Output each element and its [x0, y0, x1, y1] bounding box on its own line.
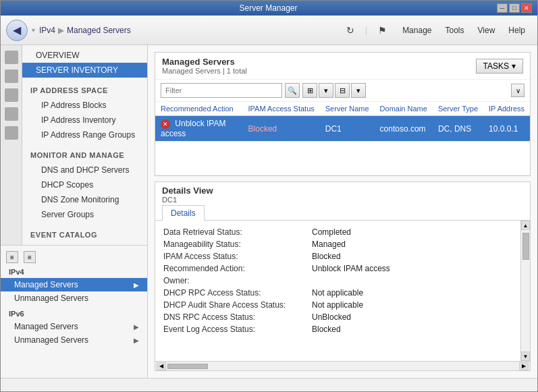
filter-bar: 🔍 ⊞ ▾ ⊟ ▾ ∨: [155, 80, 530, 102]
detail-row-6: DHCP Audit Share Access Status: Not appl…: [163, 299, 522, 311]
scroll-thumb-h[interactable]: [167, 364, 208, 369]
detail-row-0: Data Retrieval Status: Completed: [163, 226, 522, 238]
detail-label-7: DNS RPC Access Status:: [163, 312, 312, 322]
tree-ipv4-unmanaged[interactable]: Unmanaged Servers: [1, 291, 147, 305]
sidebar-icon-event[interactable]: [5, 126, 18, 140]
filter-input[interactable]: [161, 83, 282, 98]
detail-row-4: Owner:: [163, 275, 522, 287]
managed-servers-panel: Managed Servers Managed Servers | 1 tota…: [155, 52, 531, 176]
sidebar-item-overview[interactable]: OVERVIEW: [22, 48, 147, 63]
tree-item-label: Managed Servers: [14, 322, 78, 331]
detail-row-2: IPAM Access Status: Blocked: [163, 250, 522, 262]
detail-label-0: Data Retrieval Status:: [163, 227, 312, 237]
scroll-down-btn[interactable]: ▼: [521, 352, 530, 361]
breadcrumb-sep: ▶: [58, 26, 64, 35]
filter-dropdown-btn[interactable]: ▾: [319, 83, 333, 98]
sidebar-item-dns-zone[interactable]: DNS Zone Monitoring: [22, 192, 147, 207]
scroll-right-btn[interactable]: ▶: [519, 362, 529, 370]
filter-columns-dropdown[interactable]: ▾: [351, 83, 366, 98]
table-row[interactable]: ✕ Unblock IPAM access Blocked DC1 contos…: [155, 116, 530, 142]
minimize-button[interactable]: ─: [497, 3, 508, 13]
detail-value-3: Unblock IPAM access: [312, 264, 390, 273]
vertical-scrollbar[interactable]: ▲ ▼: [520, 221, 530, 361]
sidebar-item-dhcp-scopes[interactable]: DHCP Scopes: [22, 177, 147, 192]
sidebar-item-ip-blocks[interactable]: IP Address Blocks: [22, 98, 147, 113]
tree-ipv6-managed[interactable]: Managed Servers ▶: [1, 320, 147, 333]
tree-ipv6-label[interactable]: IPv6: [1, 308, 147, 320]
title-bar-controls: ─ □ ✕: [497, 3, 532, 13]
col-server-type[interactable]: Server Type: [433, 102, 483, 116]
tasks-label: TASKS: [483, 61, 509, 71]
detail-label-4: Owner:: [163, 276, 312, 285]
sidebar-item-dns-dhcp[interactable]: DNS and DHCP Servers: [22, 163, 147, 177]
maximize-button[interactable]: □: [509, 3, 520, 13]
sidebar-item-address-inventory[interactable]: IP Address Inventory: [22, 113, 147, 128]
cell-ipam-status: Blocked: [243, 116, 320, 142]
horizontal-scrollbar: ◀ ▶: [155, 361, 530, 370]
filter-icons: ⊞ ▾ ⊟ ▾: [302, 83, 366, 98]
sidebar-icon-inventory[interactable]: [5, 69, 18, 83]
col-ipam-access-status[interactable]: IPAM Access Status: [243, 102, 320, 116]
nav-bar: ◀ ▾ IPv4 ▶ Managed Servers ↻ | ⚑ Manage …: [1, 16, 537, 45]
table-row-empty: [155, 142, 530, 175]
sidebar-icon-monitor[interactable]: [5, 107, 18, 121]
tree-ipv6-unmanaged[interactable]: Unmanaged Servers ▶: [1, 333, 147, 347]
tree-ipv4-label[interactable]: IPv4: [1, 266, 147, 278]
detail-row-8: Event Log Access Status: Blocked: [163, 323, 522, 335]
sidebar-section-monitor: MONITOR AND MANAGE: [22, 148, 147, 163]
sidebar: OVERVIEW SERVER INVENTORY IP ADDRESS SPA…: [1, 45, 148, 378]
cell-domain-name: contoso.com: [375, 116, 433, 142]
filter-search-btn[interactable]: 🔍: [285, 83, 300, 98]
detail-label-1: Manageability Status:: [163, 240, 312, 249]
main-layout: OVERVIEW SERVER INVENTORY IP ADDRESS SPA…: [1, 45, 537, 378]
tree-expand-icon: ▶: [134, 281, 139, 289]
error-icon: ✕: [161, 119, 170, 129]
back-button[interactable]: ◀: [6, 20, 28, 41]
breadcrumb-managed-servers[interactable]: Managed Servers: [67, 26, 131, 35]
help-menu[interactable]: Help: [502, 23, 532, 38]
filter-columns-btn[interactable]: ⊟: [335, 83, 350, 98]
detail-value-6: Not applicable: [312, 300, 363, 310]
details-tabs: Details: [155, 205, 530, 221]
detail-value-2: Blocked: [312, 252, 341, 261]
content-area: Managed Servers Managed Servers | 1 tota…: [148, 45, 537, 378]
title-bar: Server Manager ─ □ ✕: [1, 1, 537, 16]
close-button[interactable]: ✕: [521, 3, 532, 13]
col-server-name[interactable]: Server Name: [320, 102, 375, 116]
breadcrumb-ipv4[interactable]: IPv4: [39, 26, 55, 35]
details-tab[interactable]: Details: [162, 205, 205, 221]
tree-item-label: Unmanaged Servers: [14, 335, 88, 345]
scroll-thumb[interactable]: [522, 233, 529, 260]
detail-row-7: DNS RPC Access Status: UnBlocked: [163, 311, 522, 323]
manage-menu[interactable]: Manage: [396, 23, 438, 38]
tools-menu[interactable]: Tools: [439, 23, 471, 38]
tree-ipv4-managed[interactable]: Managed Servers ▶: [1, 278, 147, 291]
tree-expand-icon: ▶: [134, 337, 139, 344]
details-subtitle: DC1: [162, 196, 523, 204]
col-recommended-action[interactable]: Recommended Action: [155, 102, 243, 116]
detail-row-5: DHCP RPC Access Status: Not applicable: [163, 287, 522, 299]
view-menu[interactable]: View: [471, 23, 502, 38]
breadcrumb: IPv4 ▶ Managed Servers: [39, 26, 131, 35]
filter-expand-btn[interactable]: ∨: [511, 84, 524, 97]
scroll-left-btn[interactable]: ◀: [157, 362, 166, 370]
filter-view-btn[interactable]: ⊞: [302, 83, 317, 98]
status-bar: [1, 378, 537, 391]
tree-expand-btn[interactable]: ≡: [6, 251, 18, 263]
nav-dropdown-arrow[interactable]: ▾: [32, 26, 35, 34]
sidebar-icon-ip[interactable]: [5, 88, 18, 102]
tasks-button[interactable]: TASKS ▾: [476, 59, 523, 74]
sidebar-icon-overview[interactable]: [5, 51, 18, 64]
sidebar-item-server-inventory[interactable]: SERVER INVENTORY: [22, 63, 147, 78]
sidebar-item-range-groups[interactable]: IP Address Range Groups: [22, 128, 147, 142]
tree-list-btn[interactable]: ≡: [24, 251, 36, 263]
detail-label-8: Event Log Access Status:: [163, 325, 312, 334]
col-domain-name[interactable]: Domain Name: [375, 102, 433, 116]
sidebar-item-server-groups[interactable]: Server Groups: [22, 207, 147, 222]
detail-label-6: DHCP Audit Share Access Status:: [163, 300, 312, 310]
scroll-up-btn[interactable]: ▲: [521, 221, 530, 230]
refresh-button[interactable]: ↻: [341, 21, 360, 40]
flag-icon[interactable]: ⚑: [373, 21, 392, 40]
detail-label-3: Recommended Action:: [163, 264, 312, 273]
col-ip-address[interactable]: IP Address: [483, 102, 530, 116]
